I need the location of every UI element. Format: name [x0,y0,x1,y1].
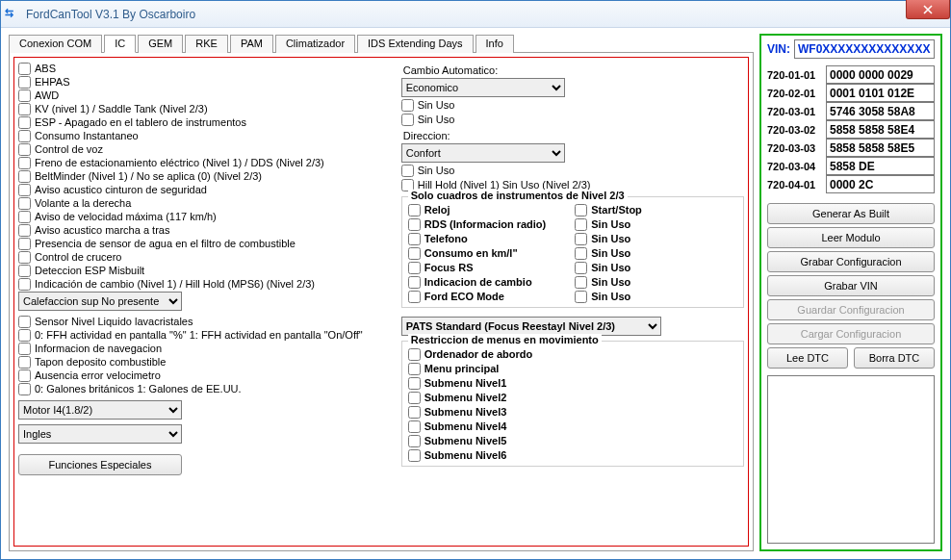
grp1-r-0[interactable]: Start/Stop [575,203,642,216]
grp1-l-5[interactable]: Indicacion de cambio [408,275,547,289]
ic-left-chk-7[interactable]: Freno de estacionamiento eléctrico (Nive… [18,156,398,169]
grp1-r-4[interactable]: Sin Uso [575,261,642,274]
direccion-chk-0[interactable]: Sin Uso [401,164,744,177]
ic-left-chk-10[interactable]: Volante a la derecha [18,196,398,210]
tab-gem[interactable]: GEM [138,35,183,53]
cfg-value[interactable]: 5746 3058 58A8 [826,102,935,120]
load-config-button[interactable]: Cargar Configuracion [767,323,935,344]
ic-left2-chk-2[interactable]: Informacion de navegacion [18,342,398,355]
grp2-4[interactable]: Submenu Nivel3 [408,405,737,419]
grp2-0[interactable]: Ordenador de abordo [408,347,737,361]
ic-left-chk-8[interactable]: BeltMinder (Nivel 1) / No se aplica (0) … [18,169,398,183]
language-select[interactable]: Ingles [18,424,182,444]
cfg-label: 720-03-02 [767,124,823,136]
ic-left-chk-13[interactable]: Presencia de sensor de agua en el filtro… [18,237,398,250]
grp1-r-3[interactable]: Sin Uso [575,246,642,260]
cfg-row-720-03-01: 720-03-015746 3058 58A8 [767,102,935,120]
grp1-l-4[interactable]: Focus RS [408,261,547,274]
cfg-value[interactable]: 0001 0101 012E [826,84,935,102]
heater-select[interactable]: Calefaccion sup No presente [18,292,182,311]
tab-ids-extending-days[interactable]: IDS Extending Days [357,35,473,53]
cambio-label: Cambio Automatico: [403,64,744,76]
cfg-label: 720-01-01 [767,69,823,81]
ic-left2-chk-3[interactable]: Tapon deposito combustible [18,355,398,369]
grp2-7[interactable]: Submenu Nivel6 [408,448,737,462]
ic-left2-chk-1[interactable]: 0: FFH actividad en pantalla "%" 1: FFH … [18,328,398,342]
grp1-l-6[interactable]: Ford ECO Mode [408,290,547,303]
cfg-label: 720-03-04 [767,161,823,172]
ic-left-chk-3[interactable]: KV (nivel 1) / Saddle Tank (Nivel 2/3) [18,102,398,115]
cfg-value[interactable]: 5858 DE [826,157,935,175]
grp1-l-1[interactable]: RDS (Informacion radio) [408,217,547,231]
content-body: Conexion COMICGEMRKEPAMClimatizadorIDS E… [1,28,950,559]
grp1-l-2[interactable]: Telefono [408,232,547,245]
grp2-3[interactable]: Submenu Nivel2 [408,391,737,404]
ic-left-chk-14[interactable]: Control de crucero [18,250,398,264]
ic-left-column: ABSEHPASAWDKV (nivel 1) / Saddle Tank (N… [18,62,398,542]
ic-left-chk-5[interactable]: Consumo Instantaneo [18,129,398,142]
direccion-select[interactable]: Confort [401,143,565,163]
tab-rke[interactable]: RKE [185,35,228,53]
grp2-5[interactable]: Submenu Nivel4 [408,420,737,433]
grp2-6[interactable]: Submenu Nivel5 [408,434,737,447]
ic-left2-chk-5[interactable]: 0: Galones británicos 1: Galones de EE.U… [18,382,398,395]
grp1-r-5[interactable]: Sin Uso [575,275,642,289]
tab-pam[interactable]: PAM [230,35,273,53]
ic-left-chk-6[interactable]: Control de voz [18,142,398,156]
read-module-button[interactable]: Leer Modulo [767,227,935,248]
ic-left-chk-1[interactable]: EHPAS [18,75,398,89]
right-sidebar: VIN: WF0XXXXXXXXXXXXXX 720-01-010000 000… [759,34,942,551]
cfg-row-720-03-04: 720-03-045858 DE [767,157,935,175]
close-icon [923,5,933,14]
write-config-button[interactable]: Grabar Configuracion [767,251,935,272]
cfg-value[interactable]: 0000 0000 0029 [826,65,935,84]
cfg-label: 720-02-01 [767,88,823,99]
grp2-2[interactable]: Submenu Nivel1 [408,376,737,390]
clear-dtc-button[interactable]: Borra DTC [854,347,935,369]
tab-ic[interactable]: IC [104,35,136,53]
log-textbox[interactable] [767,375,935,544]
cfg-row-720-01-01: 720-01-010000 0000 0029 [767,65,935,84]
vin-value[interactable]: WF0XXXXXXXXXXXXXX [794,39,935,59]
cambio-select[interactable]: Economico [401,78,565,97]
ic-config-area: ABSEHPASAWDKV (nivel 1) / Saddle Tank (N… [13,57,749,547]
vin-row: VIN: WF0XXXXXXXXXXXXXX [767,39,935,59]
cfg-row-720-03-02: 720-03-025858 5858 58E4 [767,120,935,139]
write-vin-button[interactable]: Grabar VIN [767,275,935,296]
group-legend: Solo cuadros de instrumentos de Nivel 2/… [408,190,628,201]
ic-left-chk-12[interactable]: Aviso acustico marcha a tras [18,223,398,237]
cfg-value[interactable]: 5858 5858 58E4 [826,120,935,139]
grp1-l-0[interactable]: Reloj [408,203,547,216]
ic-left2-chk-0[interactable]: Sensor Nivel Liquido lavacristales [18,315,398,328]
save-config-button[interactable]: Guardar Configuracion [767,299,935,320]
ic-left-chk-16[interactable]: Indicación de cambio (Nivel 1) / Hill Ho… [18,277,398,291]
cfg-row-720-04-01: 720-04-010000 2C [767,175,935,193]
ic-left-chk-15[interactable]: Deteccion ESP Misbuilt [18,264,398,277]
ic-left-chk-4[interactable]: ESP - Apagado en el tablero de instrumen… [18,115,398,129]
cfg-value[interactable]: 5858 5858 58E5 [826,139,935,157]
pats-select[interactable]: PATS Standard (Focus Reestayl Nivel 2/3) [401,317,661,336]
cfg-value[interactable]: 0000 2C [826,175,935,193]
read-dtc-button[interactable]: Lee DTC [767,347,848,369]
engine-select[interactable]: Motor I4(1.8/2) [18,400,182,420]
ic-left-chk-0[interactable]: ABS [18,62,398,75]
tab-climatizador[interactable]: Climatizador [275,35,355,53]
ic-left2-chk-4[interactable]: Ausencia error velocimetro [18,369,398,382]
cambio-chk-0[interactable]: Sin Uso [401,98,744,112]
generate-asbuilt-button[interactable]: Generar As Built [767,203,935,224]
grp1-r-2[interactable]: Sin Uso [575,232,642,245]
tab-info[interactable]: Info [476,35,514,53]
ic-left-chk-9[interactable]: Aviso acustico cinturon de seguridad [18,183,398,196]
ic-left-chk-2[interactable]: AWD [18,89,398,102]
ic-group-level23: Solo cuadros de instrumentos de Nivel 2/… [401,196,744,308]
app-window: ⇆ FordCanTool V3.1 By Oscarboiro Conexio… [0,0,951,560]
cambio-chk-1[interactable]: Sin Uso [401,113,744,126]
grp2-1[interactable]: Menu principal [408,362,737,375]
grp1-r-6[interactable]: Sin Uso [575,290,642,303]
close-button[interactable] [906,0,950,19]
grp1-r-1[interactable]: Sin Uso [575,217,642,231]
ic-left-chk-11[interactable]: Aviso de velocidad máxima (117 km/h) [18,210,398,223]
tab-conexion-com[interactable]: Conexion COM [9,35,102,53]
special-functions-button[interactable]: Funciones Especiales [18,454,182,475]
grp1-l-3[interactable]: Consumo en km/l" [408,246,547,260]
